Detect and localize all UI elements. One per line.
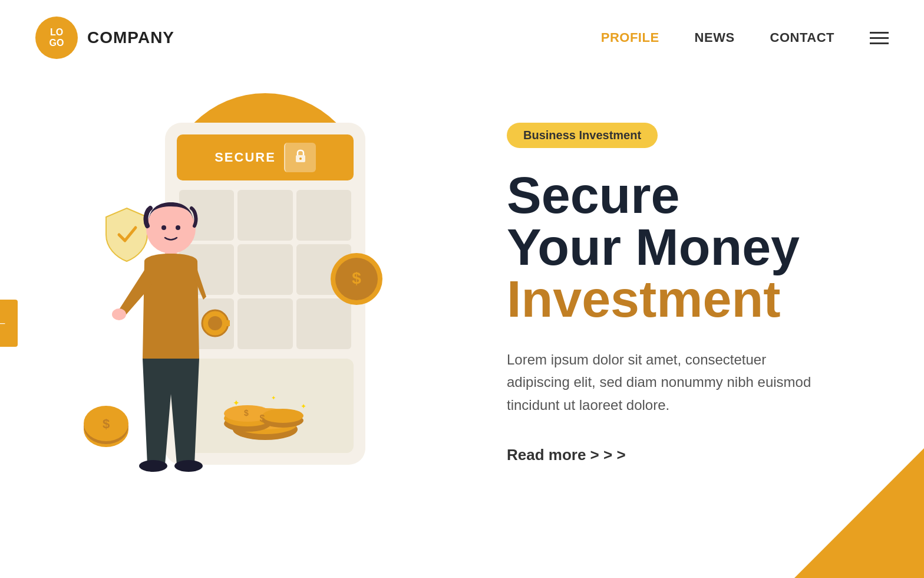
company-name: COMPANY <box>87 28 174 47</box>
svg-point-9 <box>262 409 303 423</box>
lock-icon <box>284 143 316 172</box>
bottom-triangle-decoration <box>794 448 924 578</box>
svg-text:✦: ✦ <box>271 395 276 401</box>
svg-point-19 <box>112 308 126 320</box>
grid-cell <box>296 298 351 349</box>
headline-line1: Secure <box>507 169 853 221</box>
grid-cell <box>237 298 292 349</box>
headline: Secure Your Money Investment <box>507 169 853 325</box>
text-content: Business Investment Secure Your Money In… <box>448 75 889 464</box>
svg-point-15 <box>146 204 196 254</box>
grid-cell <box>237 190 292 241</box>
svg-text:$: $ <box>103 416 110 431</box>
headline-line3: Investment <box>507 273 853 325</box>
logo-icon[interactable]: LO GO <box>35 17 78 59</box>
grid-cell <box>237 244 292 295</box>
hero-description: Lorem ipsum dolor sit amet, consectetuer… <box>507 349 813 416</box>
secure-button[interactable]: SECURE <box>177 134 354 180</box>
svg-point-21 <box>208 316 222 330</box>
nav-news[interactable]: NEWS <box>695 30 735 45</box>
svg-point-1 <box>299 157 302 160</box>
main-content: ← SECURE <box>0 75 924 571</box>
svg-point-17 <box>176 225 180 230</box>
headline-line2: Your Money <box>507 221 853 273</box>
svg-point-16 <box>161 225 166 230</box>
svg-text:✦: ✦ <box>233 398 240 408</box>
svg-text:✦: ✦ <box>301 402 306 410</box>
illustration-area: SECURE <box>35 75 448 571</box>
svg-point-25 <box>139 460 167 472</box>
svg-rect-22 <box>224 320 230 326</box>
character-illustration <box>112 193 230 488</box>
main-nav: PROFILE NEWS CONTACT <box>601 30 889 45</box>
category-badge: Business Investment <box>507 123 658 148</box>
svg-text:$: $ <box>244 408 249 418</box>
hamburger-menu[interactable] <box>870 32 889 44</box>
nav-contact[interactable]: CONTACT <box>770 30 834 45</box>
coin-right: $ <box>330 252 383 306</box>
svg-text:$: $ <box>352 269 361 287</box>
prev-arrow[interactable]: ← <box>0 300 18 347</box>
svg-text:$: $ <box>260 413 265 423</box>
logo-area: LO GO COMPANY <box>35 17 174 59</box>
nav-profile[interactable]: PROFILE <box>601 30 659 45</box>
svg-point-26 <box>174 460 203 472</box>
grid-cell <box>296 190 351 241</box>
